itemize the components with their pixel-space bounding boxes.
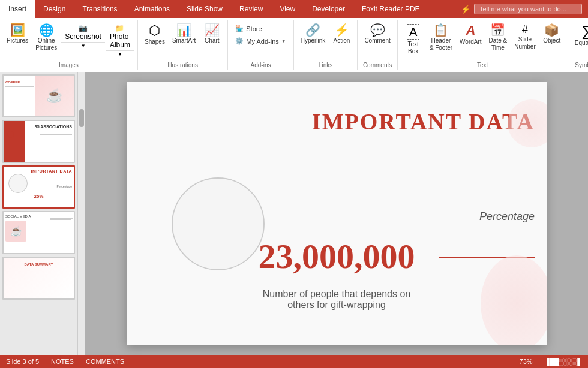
action-button[interactable]: ⚡ Action	[329, 23, 353, 46]
screenshot-dropdown[interactable]: ▼	[61, 42, 105, 49]
store-label: Store	[246, 25, 262, 32]
tab-view[interactable]: View	[271, 0, 304, 18]
links-group-label: Links	[319, 61, 332, 70]
slide-thumb-2[interactable]: 2 35 ASSOCIATIONS ⬤	[2, 120, 75, 163]
textbox-button[interactable]: A TextBox	[401, 23, 425, 56]
addin-vertical-items: 🏪 Store ⚙️ My Add-ins ▼	[232, 23, 289, 47]
ribbon-group-comments: 💬 Comment Comments	[358, 20, 397, 70]
tab-transitions[interactable]: Transitions	[74, 0, 125, 18]
comment-icon: 💬	[370, 24, 385, 36]
links-items: 🔗 Hyperlink ⚡ Action	[298, 20, 354, 61]
smartart-label: SmartArt	[172, 37, 196, 44]
equation-icon: ∑	[581, 24, 588, 38]
wordart-button[interactable]: A WordArt	[457, 23, 485, 47]
slide-panel-scrollbar[interactable]	[78, 72, 85, 355]
slide-percentage[interactable]: Percentage	[479, 210, 535, 223]
textbox-label: TextBox	[408, 41, 419, 55]
symbols-items: ∑ Equation	[572, 20, 588, 61]
store-icon: 🏪	[235, 25, 244, 32]
slide-title[interactable]: IMPORTANT DATA	[312, 108, 535, 135]
chart-icon: 📈	[205, 24, 220, 36]
tab-animations[interactable]: Animations	[126, 0, 178, 18]
comments-items: 💬 Comment	[361, 20, 393, 61]
slide-big-number[interactable]: 23,000,000	[127, 236, 547, 276]
header-footer-button[interactable]: 📋 Header& Footer	[427, 23, 455, 53]
action-label: Action	[333, 37, 350, 44]
subtitle-line1: Number of people that depends on	[263, 289, 410, 299]
my-addins-arrow: ▼	[281, 38, 286, 44]
slide-thumb-3[interactable]: 3 IMPORTANT DATA 25% Percentage	[2, 165, 75, 209]
tab-design[interactable]: Design	[35, 0, 74, 18]
slide-thumb-1[interactable]: 1 ☕ COFFEE	[2, 74, 75, 117]
pictures-button[interactable]: 🖼️ Pictures	[4, 23, 31, 46]
comments-button[interactable]: COMMENTS	[86, 358, 124, 365]
object-button[interactable]: 📦 Object	[540, 23, 564, 46]
ribbon-group-links: 🔗 Hyperlink ⚡ Action Links	[294, 20, 358, 70]
equation-button[interactable]: ∑ Equation	[572, 23, 588, 48]
screenshot-label: Screenshot	[65, 32, 101, 41]
screenshot-button[interactable]: 📷 Screenshot ▼	[61, 23, 105, 49]
text-items: A TextBox 📋 Header& Footer A WordArt 📅 D…	[401, 20, 564, 61]
tab-developer[interactable]: Developer	[304, 0, 353, 18]
hyperlink-button[interactable]: 🔗 Hyperlink	[298, 23, 329, 46]
photo-album-arrow: ▼	[118, 52, 122, 57]
comment-button[interactable]: 💬 Comment	[361, 23, 393, 46]
slide-1-content: ☕ COFFEE	[4, 76, 74, 116]
ribbon-content: 🖼️ Pictures 🌐 OnlinePictures 📷 Screensho…	[0, 18, 588, 72]
hyperlink-label: Hyperlink	[301, 37, 326, 44]
status-bar: Slide 3 of 5 NOTES COMMENTS 73% ▐██░░░░▌	[0, 355, 588, 368]
header-footer-label: Header& Footer	[430, 37, 452, 52]
search-input[interactable]	[474, 4, 582, 14]
store-button[interactable]: 🏪 Store	[232, 23, 289, 34]
slide-4-content: SOCIAL MEDIA ☕	[4, 212, 74, 253]
illustrations-group-label: Illustrations	[167, 61, 198, 70]
online-pictures-button[interactable]: 🌐 OnlinePictures	[32, 23, 60, 53]
thumb2-bar	[4, 121, 25, 162]
tab-insert[interactable]: Insert	[0, 0, 35, 18]
zoom-slider[interactable]: ▐██░░░░▌	[545, 358, 582, 365]
slide-canvas[interactable]: IMPORTANT DATA Percentage 23,000,000 Num…	[127, 82, 547, 345]
chart-label: Chart	[205, 37, 219, 44]
shapes-button[interactable]: ⬡ Shapes	[142, 23, 168, 47]
online-pictures-icon: 🌐	[39, 24, 54, 36]
screenshot-top: 📷 Screenshot	[61, 23, 105, 42]
photo-album-dropdown[interactable]: ▼	[106, 50, 134, 58]
images-items: 🖼️ Pictures 🌐 OnlinePictures 📷 Screensho…	[4, 20, 134, 61]
my-addins-button[interactable]: ⚙️ My Add-ins ▼	[232, 35, 289, 47]
slide-thumb-4[interactable]: 4 SOCIAL MEDIA ☕	[2, 211, 75, 254]
tab-foxit[interactable]: Foxit Reader PDF	[353, 0, 428, 18]
shapes-label: Shapes	[145, 38, 165, 46]
smartart-button[interactable]: 📊 SmartArt	[169, 23, 199, 46]
text-group-label: Text	[477, 61, 488, 70]
online-pictures-label: OnlinePictures	[35, 37, 57, 52]
zoom-level: 73%	[520, 358, 533, 365]
slide-info: Slide 3 of 5	[6, 358, 39, 365]
pictures-label: Pictures	[7, 37, 28, 44]
ribbon-group-text: A TextBox 📋 Header& Footer A WordArt 📅 D…	[398, 20, 568, 70]
wordart-icon: A	[466, 24, 475, 37]
slide-number-button[interactable]: # SlideNumber	[511, 23, 539, 52]
wordart-label: WordArt	[460, 38, 482, 46]
scrollbar-thumb[interactable]	[79, 109, 84, 127]
slide-thumb-5[interactable]: 5 DATA SUMMARY	[2, 257, 75, 300]
comment-label: Comment	[364, 37, 390, 44]
ribbon-group-symbols: ∑ Equation Symbols	[568, 20, 588, 70]
illustrations-items: ⬡ Shapes 📊 SmartArt 📈 Chart	[142, 20, 224, 61]
action-icon: ⚡	[334, 24, 349, 36]
notes-button[interactable]: NOTES	[51, 358, 74, 365]
tab-slideshow[interactable]: Slide Show	[178, 0, 231, 18]
shapes-icon: ⬡	[149, 24, 160, 37]
tab-review[interactable]: Review	[231, 0, 271, 18]
slide-panel[interactable]: 1 ☕ COFFEE 2 35 ASSOCIATIONS ⬤ 3 IMP	[0, 72, 78, 355]
my-addins-label: My Add-ins	[246, 38, 278, 45]
date-time-button[interactable]: 📅 Date &Time	[486, 23, 511, 53]
chart-button[interactable]: 📈 Chart	[200, 23, 224, 46]
slide-2-content: 35 ASSOCIATIONS ⬤	[4, 121, 74, 162]
header-footer-icon: 📋	[433, 24, 448, 36]
ribbon-group-illustrations: ⬡ Shapes 📊 SmartArt 📈 Chart Illustration…	[138, 20, 228, 70]
subtitle-line2: others for gift-wrapping	[287, 300, 386, 310]
date-time-label: Date &Time	[489, 37, 508, 52]
slide-number-icon: #	[522, 24, 528, 35]
images-group-label: Images	[59, 61, 79, 70]
photo-album-button[interactable]: 📁 PhotoAlbum ▼	[106, 23, 134, 58]
